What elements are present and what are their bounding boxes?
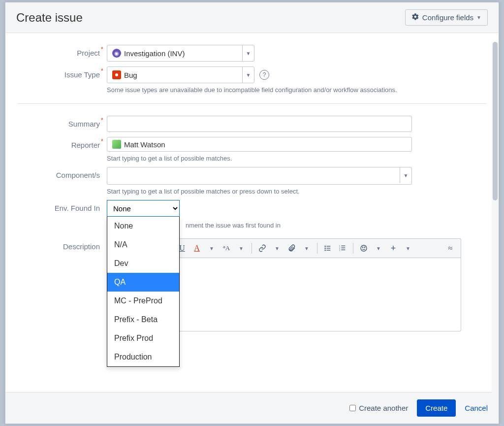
create-issue-dialog: Create issue Configure fields ▼ Project … <box>5 2 499 424</box>
expand-button[interactable]: ≈ <box>444 242 457 255</box>
env-option[interactable]: Prefix - Beta <box>107 310 179 329</box>
issue-type-row: Issue Type Bug ▼ ? Some issue types are … <box>17 66 487 94</box>
chevron-down-icon: ▼ <box>404 173 409 178</box>
project-value: Investigation (INV) <box>124 49 185 58</box>
chevron-down-icon: ▼ <box>246 51 251 56</box>
project-select-toggle[interactable]: ▼ <box>242 45 254 61</box>
env-option[interactable]: Prefix Prod <box>107 329 179 348</box>
env-found-in-select[interactable]: None <box>107 200 180 217</box>
summary-label: Summary <box>17 116 107 128</box>
issue-type-label: Issue Type <box>17 66 107 79</box>
components-select-toggle[interactable]: ▼ <box>400 167 411 183</box>
svg-rect-11 <box>341 250 345 250</box>
project-select[interactable]: ◉ Investigation (INV) ▼ <box>107 45 254 62</box>
toolbar-separator <box>252 243 252 254</box>
issue-type-value: Bug <box>124 71 137 79</box>
env-option[interactable]: QA <box>107 273 179 292</box>
create-another-checkbox[interactable] <box>349 405 356 411</box>
env-option[interactable]: None <box>107 217 179 235</box>
description-label: Description <box>17 238 107 251</box>
bug-icon <box>112 70 121 79</box>
avatar-icon <box>112 140 121 149</box>
project-label: Project <box>17 45 107 57</box>
project-row: Project ◉ Investigation (INV) ▼ <box>17 45 487 62</box>
toolbar-separator <box>353 243 353 254</box>
dialog-footer: Create another Create Cancel <box>5 392 499 424</box>
configure-fields-button[interactable]: Configure fields ▼ <box>405 9 488 26</box>
configure-fields-label: Configure fields <box>422 13 473 22</box>
env-found-in-label: Env. Found In <box>17 200 107 212</box>
svg-point-4 <box>324 250 326 251</box>
env-found-in-dropdown: NoneN/ADevQAMC - PreProdPrefix - BetaPre… <box>107 217 180 367</box>
components-select[interactable]: ▼ <box>107 167 412 185</box>
dialog-body: Project ◉ Investigation (INV) ▼ Issue Ty… <box>5 33 499 392</box>
create-another-label[interactable]: Create another <box>349 404 408 412</box>
text-color-button[interactable]: A <box>190 242 203 255</box>
chevron-down-icon: ▼ <box>476 15 481 20</box>
help-icon[interactable]: ? <box>259 70 269 80</box>
chevron-down-icon: ▼ <box>246 72 251 78</box>
attachment-more[interactable]: ▼ <box>300 242 313 255</box>
svg-point-13 <box>362 247 363 247</box>
reporter-input[interactable]: Matt Watson <box>107 137 412 152</box>
env-option[interactable]: Dev <box>107 254 179 273</box>
toolbar-separator <box>317 243 317 254</box>
svg-rect-1 <box>326 246 330 246</box>
env-found-in-help-fragment: nment the issue was first found in <box>186 222 281 229</box>
svg-point-12 <box>361 245 367 251</box>
emoji-button[interactable] <box>357 242 370 255</box>
gear-icon <box>411 13 419 22</box>
scrollbar-thumb[interactable] <box>493 42 498 200</box>
svg-rect-9 <box>341 248 345 248</box>
reporter-value: Matt Watson <box>124 140 165 149</box>
create-button[interactable]: Create <box>417 399 456 417</box>
link-more[interactable]: ▼ <box>271 242 284 255</box>
svg-point-0 <box>324 246 326 247</box>
clear-formatting-button[interactable]: ᵃA <box>220 242 233 255</box>
components-label: Component/s <box>17 167 107 179</box>
reporter-note: Start typing to get a list of possible m… <box>107 155 412 162</box>
insert-more-button[interactable]: + <box>387 242 400 255</box>
create-another-text: Create another <box>359 404 408 412</box>
env-option[interactable]: MC - PreProd <box>107 292 179 310</box>
attachment-button[interactable] <box>285 242 298 255</box>
env-option[interactable]: N/A <box>107 235 179 254</box>
project-icon: ◉ <box>112 49 121 58</box>
issue-type-select[interactable]: Bug ▼ <box>107 66 254 83</box>
clear-formatting-more[interactable]: ▼ <box>235 242 248 255</box>
env-option[interactable]: Production <box>107 348 179 366</box>
text-color-more[interactable]: ▼ <box>205 242 218 255</box>
components-note: Start typing to get a list of possible m… <box>107 188 412 195</box>
svg-point-2 <box>324 248 326 249</box>
svg-rect-5 <box>326 250 330 250</box>
description-row: Description Style ▼ B I U A ▼ ᵃA ▼ <box>17 238 487 331</box>
bullet-list-button[interactable] <box>321 242 334 255</box>
summary-row: Summary <box>17 116 487 132</box>
reporter-label: Reporter <box>17 137 107 149</box>
components-row: Component/s ▼ Start typing to get a list… <box>17 167 487 195</box>
link-button[interactable] <box>256 242 269 255</box>
divider <box>17 103 487 104</box>
scrollbar-track[interactable] <box>492 42 499 394</box>
svg-rect-7 <box>341 246 345 246</box>
svg-rect-3 <box>326 248 330 248</box>
svg-text:3: 3 <box>339 249 341 251</box>
number-list-button[interactable]: 123 <box>336 242 349 255</box>
summary-input[interactable] <box>107 116 412 132</box>
dialog-header: Create issue Configure fields ▼ <box>5 2 499 33</box>
insert-more-dropdown[interactable]: ▼ <box>402 242 414 255</box>
emoji-more[interactable]: ▼ <box>372 242 385 255</box>
reporter-row: Reporter Matt Watson Start typing to get… <box>17 137 487 162</box>
cancel-button[interactable]: Cancel <box>465 404 488 412</box>
dialog-title: Create issue <box>16 11 83 25</box>
env-found-in-row: Env. Found In None NoneN/ADevQAMC - PreP… <box>17 200 487 217</box>
issue-type-note: Some issue types are unavailable due to … <box>107 86 422 94</box>
issue-type-select-toggle[interactable]: ▼ <box>242 67 254 83</box>
svg-point-14 <box>364 247 365 247</box>
